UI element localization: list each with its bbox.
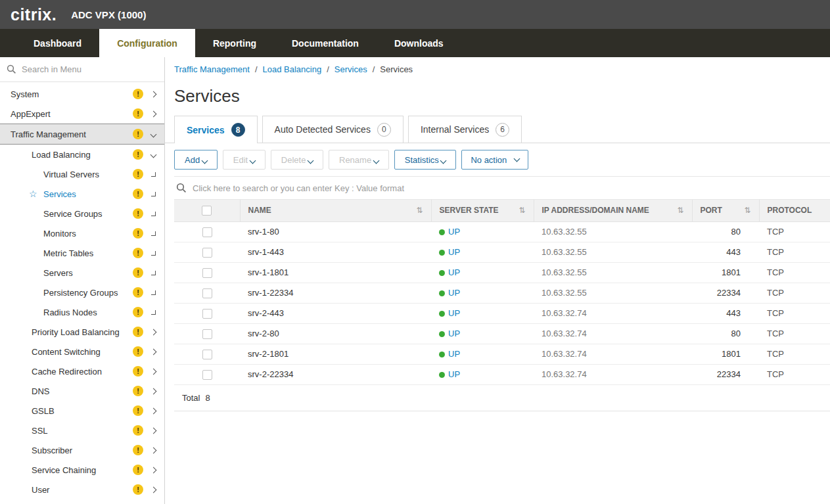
table-row[interactable]: srv-1-443 UP 10.63.32.55 443 TCP xyxy=(174,242,830,262)
status-up-dot xyxy=(439,270,445,276)
column-header-label: PROTOCOL xyxy=(768,206,812,215)
row-checkbox[interactable] xyxy=(202,248,212,258)
sidebar-item-servers[interactable]: Servers xyxy=(0,263,164,283)
cell-protocol: TCP xyxy=(759,364,830,384)
table-row[interactable]: srv-1-80 UP 10.63.32.55 80 TCP xyxy=(174,221,830,242)
cell-name: srv-2-443 xyxy=(240,303,431,323)
sidebar-item-label: AppExpert xyxy=(11,109,51,119)
toolbar-button-statistics[interactable]: Statistics xyxy=(394,150,457,170)
warning-icon xyxy=(133,89,143,99)
row-checkbox[interactable] xyxy=(202,309,212,319)
table-row[interactable]: srv-1-22334 UP 10.63.32.55 22334 TCP xyxy=(174,283,830,303)
chevron-down-icon xyxy=(150,131,156,137)
sort-icon[interactable] xyxy=(744,206,750,215)
sidebar-item-service-groups[interactable]: Service Groups xyxy=(0,204,164,223)
nav-tab-configuration[interactable]: Configuration xyxy=(99,29,195,57)
sidebar-item-system[interactable]: System xyxy=(0,84,164,104)
no-action-dropdown[interactable]: No action xyxy=(461,150,528,170)
status-up-dot xyxy=(439,229,445,235)
table-row[interactable]: srv-1-1801 UP 10.63.32.55 1801 TCP xyxy=(174,262,830,283)
select-all-checkbox[interactable] xyxy=(202,206,212,216)
sidebar-item-cache-redirection[interactable]: Cache Redirection xyxy=(0,361,164,381)
sidebar-item-load-balancing[interactable]: Load Balancing xyxy=(0,145,164,164)
table-search-bar[interactable] xyxy=(174,176,830,200)
sidebar-item-ssl[interactable]: SSL xyxy=(0,421,164,440)
table-row[interactable]: srv-2-22334 UP 10.63.32.74 22334 TCP xyxy=(174,364,830,384)
nav-tab-reporting[interactable]: Reporting xyxy=(195,29,274,57)
sort-icon[interactable] xyxy=(519,206,525,215)
table-row[interactable]: srv-2-1801 UP 10.63.32.74 1801 TCP xyxy=(174,344,830,364)
sidebar-item-persistency-groups[interactable]: Persistency Groups xyxy=(0,283,164,302)
row-checkbox[interactable] xyxy=(202,227,212,237)
sidebar-search-input[interactable] xyxy=(22,64,158,74)
sidebar-item-gslb[interactable]: GSLB xyxy=(0,401,164,421)
tab-internal-services[interactable]: Internal Services 6 xyxy=(408,116,522,143)
cell-ip-address: 10.63.32.74 xyxy=(534,303,692,323)
toolbar-button-rename[interactable]: Rename xyxy=(329,150,389,170)
sidebar-item-label: Servers xyxy=(43,268,73,278)
sidebar-item-priority-load-balancing[interactable]: Priority Load Balancing xyxy=(0,322,164,342)
cell-port: 22334 xyxy=(692,283,759,303)
button-label: Edit xyxy=(233,155,248,165)
sidebar: System AppExpert Traffic Management Load… xyxy=(0,57,165,504)
row-checkbox[interactable] xyxy=(202,370,212,380)
warning-icon xyxy=(133,346,143,357)
tab-services[interactable]: Services 8 xyxy=(174,116,258,143)
column-header-server-state: SERVER STATE xyxy=(431,200,534,221)
table-row[interactable]: srv-2-80 UP 10.63.32.74 80 TCP xyxy=(174,323,830,344)
row-checkbox[interactable] xyxy=(202,329,212,339)
sort-icon[interactable] xyxy=(677,206,683,215)
row-checkbox[interactable] xyxy=(202,268,212,278)
row-checkbox[interactable] xyxy=(202,288,212,298)
cell-port: 80 xyxy=(692,323,759,344)
sidebar-item-radius-nodes[interactable]: Radius Nodes xyxy=(0,302,164,322)
sidebar-item-virtual-servers[interactable]: Virtual Servers xyxy=(0,164,164,184)
nav-tab-label: Configuration xyxy=(117,38,177,49)
breadcrumb-link-traffic-management[interactable]: Traffic Management xyxy=(174,64,250,74)
table-row[interactable]: srv-2-443 UP 10.63.32.74 443 TCP xyxy=(174,303,830,323)
row-checkbox[interactable] xyxy=(202,350,212,359)
nav-tab-downloads[interactable]: Downloads xyxy=(377,29,461,57)
chevron-right-icon xyxy=(150,329,156,335)
sidebar-item-monitors[interactable]: Monitors xyxy=(0,223,164,243)
tab-auto-detected-services[interactable]: Auto Detected Services 0 xyxy=(262,116,403,143)
select-all-header xyxy=(174,200,240,221)
sidebar-item-label: Service Chaining xyxy=(32,465,96,475)
breadcrumb-current: Services xyxy=(380,64,413,74)
toolbar-button-edit[interactable]: Edit xyxy=(223,150,265,170)
chevron-right-icon xyxy=(150,368,156,375)
sidebar-item-user[interactable]: User xyxy=(0,480,164,499)
chevron-right-icon xyxy=(150,427,156,434)
breadcrumb-link-load-balancing[interactable]: Load Balancing xyxy=(263,64,322,74)
sidebar-item-appexpert[interactable]: AppExpert xyxy=(0,104,164,124)
breadcrumb-link-services[interactable]: Services xyxy=(334,64,367,74)
button-label: Add xyxy=(185,155,200,165)
cell-protocol: TCP xyxy=(759,323,830,344)
cell-protocol: TCP xyxy=(759,262,830,283)
sidebar-item-subscriber[interactable]: Subscriber xyxy=(0,440,164,460)
cell-server-state: UP xyxy=(431,344,534,364)
sidebar-item-services[interactable]: Services xyxy=(0,184,164,204)
status-up-dot xyxy=(439,352,445,357)
toolbar-button-delete[interactable]: Delete xyxy=(271,150,323,170)
cell-protocol: TCP xyxy=(759,221,830,242)
nav-tab-documentation[interactable]: Documentation xyxy=(274,29,377,57)
warning-icon xyxy=(133,228,143,239)
sidebar-item-content-switching[interactable]: Content Switching xyxy=(0,342,164,361)
sort-icon[interactable] xyxy=(416,206,423,215)
sidebar-menu: System AppExpert Traffic Management Load… xyxy=(0,82,164,499)
sidebar-item-service-chaining[interactable]: Service Chaining xyxy=(0,460,164,480)
nav-tab-dashboard[interactable]: Dashboard xyxy=(16,29,99,57)
warning-icon xyxy=(133,248,143,258)
toolbar-button-add[interactable]: Add xyxy=(174,150,218,170)
breadcrumb-separator: / xyxy=(327,64,329,74)
sidebar-item-traffic-management[interactable]: Traffic Management xyxy=(0,124,164,145)
sidebar-item-dns[interactable]: DNS xyxy=(0,381,164,401)
chevron-right-icon xyxy=(150,407,156,414)
breadcrumb-separator: / xyxy=(373,64,375,74)
table-search-input[interactable] xyxy=(193,183,828,193)
chevron-right-icon xyxy=(150,447,156,453)
sidebar-item-label: Priority Load Balancing xyxy=(32,327,120,337)
sidebar-item-metric-tables[interactable]: Metric Tables xyxy=(0,243,164,263)
sidebar-item-label: Virtual Servers xyxy=(43,170,99,179)
